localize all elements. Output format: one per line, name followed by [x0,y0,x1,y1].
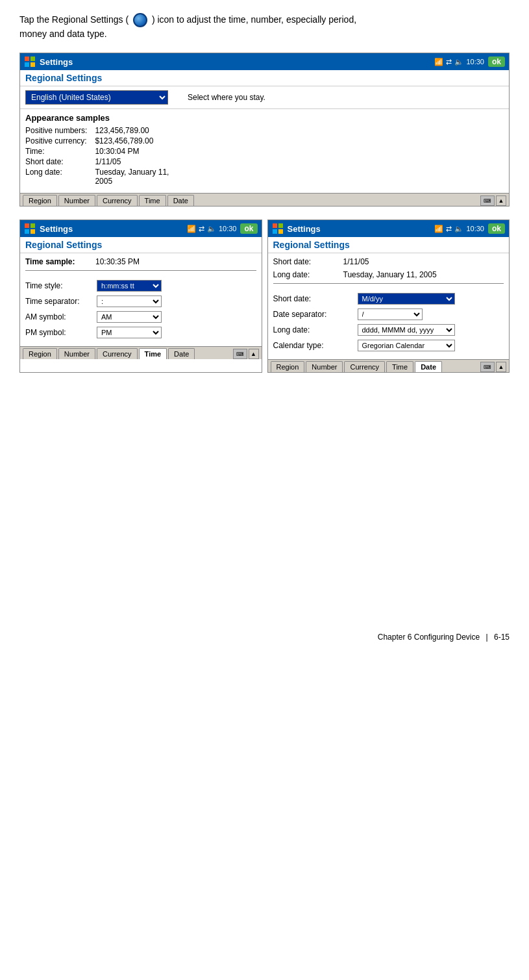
table-row: Long date: Tuesday, January 11,2005 [25,167,177,186]
svg-rect-2 [25,62,29,67]
svg-rect-5 [31,223,35,228]
bottom-right-tab-icons: ⌨ ▲ [480,362,506,372]
bottom-right-tab-bar: Region Number Currency Time Date ⌨ ▲ [268,359,510,372]
svg-rect-10 [273,229,277,234]
long-date-sample-value: Tuesday, January 11, 2005 [343,270,437,279]
tab-currency-bl[interactable]: Currency [97,348,138,359]
appearance-value: 123,456,789.00 [95,125,177,136]
time-separator-select[interactable]: : [97,295,162,307]
tab-date-bl[interactable]: Date [168,348,195,359]
appearance-value: Tuesday, January 11,2005 [95,167,177,186]
appearance-table: Positive numbers: 123,456,789.00 Positiv… [25,125,177,186]
tab-time-bl[interactable]: Time [139,348,167,359]
scroll-up-button-bl[interactable]: ▲ [249,349,259,359]
time-sample-row: Time sample: 10:30:35 PM [25,257,256,266]
scroll-up-button[interactable]: ▲ [496,195,506,206]
intro-text-line2: money and data type. [19,29,107,39]
footer-separator: | [486,633,488,642]
top-status-time: 10:30 [466,58,484,66]
svg-rect-1 [31,57,35,61]
time-style-label: Time style: [25,281,97,290]
am-symbol-select[interactable]: AM [97,311,162,323]
keyboard-icon-br[interactable]: ⌨ [480,362,495,372]
short-date-field-label: Short date: [273,294,358,303]
bottom-right-status-bar: Settings 📶 ⇄ 🔈 10:30 ok [268,220,510,237]
am-symbol-row: AM symbol: AM [25,311,256,323]
signal-icon-right: 📶 [434,225,443,233]
windows-logo-icon [24,56,36,68]
windows-logo-right [272,223,284,234]
bottom-right-status-title: Settings [288,224,431,234]
calendar-type-select[interactable]: Gregorian Calendar [358,340,455,351]
tab-date-br[interactable]: Date [415,361,442,372]
bottom-left-status-bar: Settings 📶 ⇄ 🔈 10:30 ok [20,220,262,237]
volume-icon-right: 🔈 [454,225,463,233]
svg-rect-4 [25,223,29,228]
bottom-left-tab-bar: Region Number Currency Time Date ⌨ ▲ [20,346,262,359]
long-date-field-label: Long date: [273,325,358,334]
appearance-value: 10:30:04 PM [95,146,177,157]
tab-region[interactable]: Region [23,195,57,206]
top-status-bar: Settings 📶 ⇄ 🔈 10:30 ok [20,53,509,70]
scroll-up-button-br[interactable]: ▲ [496,362,506,372]
time-sample-label: Time sample: [25,257,90,266]
long-date-field-row: Long date: dddd, MMMM dd, yyyy [273,324,504,336]
windows-logo-icon-right [272,223,284,234]
tab-time-br[interactable]: Time [386,361,413,372]
time-style-select[interactable]: h:mm:ss tt [97,280,162,292]
svg-rect-11 [278,229,283,234]
tab-number-br[interactable]: Number [306,361,343,372]
bottom-screenshots: Settings 📶 ⇄ 🔈 10:30 ok Regional Setting… [19,220,510,373]
pm-symbol-select[interactable]: PM [97,327,162,338]
date-separator-select[interactable]: / [358,308,423,320]
long-date-select[interactable]: dddd, MMMM dd, yyyy [358,324,455,336]
top-screenshot: Settings 📶 ⇄ 🔈 10:30 ok Regional Setting… [19,53,510,207]
intro-text-before: Tap the Regional Settings ( [19,14,129,25]
appearance-value: 1/11/05 [95,157,177,167]
bottom-left-tab-icons: ⌨ ▲ [233,349,259,359]
time-separator-row: Time separator: : [25,295,256,307]
time-sample-value: 10:30:35 PM [95,257,140,266]
appearance-label: Long date: [25,167,95,186]
signal-icon-left: 📶 [187,225,196,233]
calendar-type-label: Calendar type: [273,341,358,350]
appearance-label: Short date: [25,157,95,167]
short-date-select[interactable]: M/d/yy [358,293,455,305]
bottom-left-status-title: Settings [40,224,183,234]
top-status-title: Settings [40,57,430,67]
page-footer: Chapter 6 Configuring Device | 6-15 [19,633,510,642]
appearance-label: Positive currency: [25,136,95,146]
tab-number-bl[interactable]: Number [58,348,95,359]
volume-icon: 🔈 [454,58,463,66]
pm-symbol-row: PM symbol: PM [25,327,256,338]
tab-number[interactable]: Number [58,195,95,206]
tab-currency-br[interactable]: Currency [344,361,385,372]
pm-symbol-label: PM symbol: [25,328,97,337]
tab-currency[interactable]: Currency [97,195,138,206]
select-note: Select where you stay. [188,93,265,102]
short-date-sample-label: Short date: [273,257,338,266]
network-icon: ⇄ [446,58,452,66]
bottom-right-ok-button[interactable]: ok [488,223,505,234]
bottom-right-screenshot: Settings 📶 ⇄ 🔈 10:30 ok Regional Setting… [267,220,510,373]
svg-rect-6 [25,229,29,234]
long-date-sample-row: Long date: Tuesday, January 11, 2005 [273,270,504,279]
keyboard-icon-bl[interactable]: ⌨ [233,349,247,359]
network-icon-left: ⇄ [199,225,204,233]
top-regional-heading: Regional Settings [20,70,509,86]
table-row: Short date: 1/11/05 [25,157,177,167]
keyboard-icon[interactable]: ⌨ [480,195,495,206]
region-dropdown[interactable]: English (United States) [25,90,168,105]
footer-page: 6-15 [494,633,510,642]
svg-rect-0 [25,57,29,61]
tab-region-bl[interactable]: Region [23,348,57,359]
am-symbol-label: AM symbol: [25,312,97,321]
tab-time[interactable]: Time [139,195,166,206]
tab-region-br[interactable]: Region [271,361,305,372]
bottom-left-ok-button[interactable]: ok [240,223,257,234]
top-ok-button[interactable]: ok [488,57,505,67]
appearance-label: Positive numbers: [25,125,95,136]
tab-date[interactable]: Date [167,195,194,206]
bottom-left-screenshot: Settings 📶 ⇄ 🔈 10:30 ok Regional Setting… [19,220,262,373]
windows-logo-icon-left [24,223,36,234]
